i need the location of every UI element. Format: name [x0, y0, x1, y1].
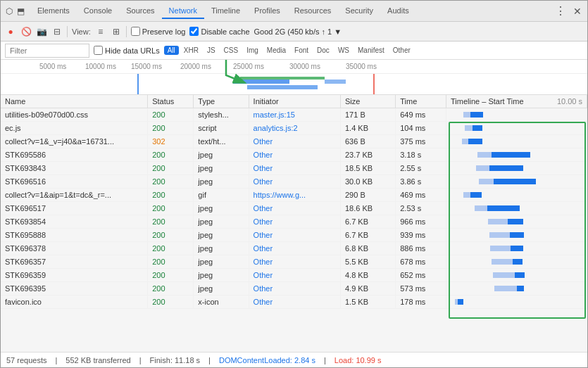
- filter-font[interactable]: Font: [291, 46, 312, 55]
- svg-rect-3: [325, 80, 346, 84]
- cell-size: 18.5 KB: [341, 162, 396, 175]
- filter-other[interactable]: Other: [389, 46, 414, 55]
- cell-timeline: [446, 108, 587, 122]
- cell-initiator: master.js:15: [249, 108, 340, 122]
- cell-size: 5.5 KB: [341, 255, 396, 269]
- filter-ws[interactable]: WS: [334, 46, 353, 55]
- close-devtools-icon[interactable]: ✕: [570, 6, 584, 17]
- devtools-icon-dock[interactable]: ⬒: [15, 6, 26, 17]
- col-type[interactable]: Type: [194, 95, 249, 108]
- cell-name: favicon.ico: [1, 296, 148, 309]
- tab-audits[interactable]: Audits: [380, 4, 416, 19]
- table-row[interactable]: ec.js 200 script analytics.js:2 1.4 KB 1…: [1, 122, 587, 135]
- hide-data-urls-checkbox[interactable]: Hide data URLs: [94, 46, 160, 55]
- tab-timeline[interactable]: Timeline: [204, 4, 247, 19]
- cell-status: 200: [148, 255, 194, 269]
- table-row[interactable]: STK696516 200 jpeg Other 30.0 KB 3.86 s: [1, 175, 587, 189]
- record-button[interactable]: ●: [5, 26, 16, 37]
- tab-console[interactable]: Console: [77, 4, 119, 19]
- cell-timeline: [446, 215, 587, 229]
- filter-media[interactable]: Media: [263, 46, 289, 55]
- cell-status: 302: [148, 135, 194, 148]
- table-row[interactable]: STK696359 200 jpeg Other 4.8 KB 652 ms: [1, 269, 587, 282]
- table-row[interactable]: collect?v=1&_v=j40&a=16731... 302 text/h…: [1, 135, 587, 148]
- network-speed-selector[interactable]: Good 2G (450 kb/s ↑ 1 ▼: [254, 27, 342, 36]
- cell-time: 573 ms: [396, 282, 446, 296]
- cell-type: stylesh...: [194, 108, 249, 122]
- table-row[interactable]: STK695888 200 jpeg Other 6.7 KB 939 ms: [1, 229, 587, 242]
- filter-icon[interactable]: ⊟: [51, 26, 63, 37]
- col-status[interactable]: Status: [148, 95, 194, 108]
- tab-network[interactable]: Network: [162, 4, 204, 19]
- cell-initiator: Other: [249, 162, 340, 175]
- col-size[interactable]: Size: [341, 95, 396, 108]
- cell-timeline: [446, 282, 587, 296]
- filter-all[interactable]: All: [164, 46, 179, 55]
- cell-initiator: https://www.g...: [249, 189, 340, 202]
- view-list-icon[interactable]: ≡: [95, 26, 106, 37]
- cell-initiator: analytics.js:2: [249, 122, 340, 135]
- cell-timeline: [446, 175, 587, 189]
- cell-status: 200: [148, 175, 194, 189]
- cell-name: STK695888: [1, 229, 148, 242]
- filter-doc[interactable]: Doc: [313, 46, 333, 55]
- filter-types: All XHR JS CSS Img Media Font Doc WS Man…: [164, 46, 414, 55]
- network-table: Name Status Type Initiator Size Time Tim…: [1, 95, 587, 352]
- tab-bar: ⬡ ⬒ Elements Console Sources Network Tim…: [1, 1, 587, 22]
- cell-type: jpeg: [194, 282, 249, 296]
- table-row[interactable]: STK696517 200 jpeg Other 18.6 KB 2.53 s: [1, 202, 587, 215]
- filter-js[interactable]: JS: [204, 46, 219, 55]
- col-name[interactable]: Name: [1, 95, 148, 108]
- table-row[interactable]: STK693854 200 jpeg Other 6.7 KB 966 ms: [1, 215, 587, 229]
- clear-button[interactable]: 🚫: [20, 26, 32, 37]
- separator2: |: [139, 356, 142, 364]
- col-initiator[interactable]: Initiator: [249, 95, 340, 108]
- filter-img[interactable]: Img: [243, 46, 262, 55]
- more-tools-icon[interactable]: ⋮: [551, 4, 570, 18]
- filter-css[interactable]: CSS: [220, 46, 242, 55]
- cell-timeline: [446, 269, 587, 282]
- preserve-log-checkbox[interactable]: Preserve log: [131, 27, 186, 36]
- cell-size: 290 B: [341, 189, 396, 202]
- tab-sources[interactable]: Sources: [119, 4, 161, 19]
- table-row[interactable]: STK696357 200 jpeg Other 5.5 KB 678 ms: [1, 255, 587, 269]
- filter-xhr[interactable]: XHR: [180, 46, 202, 55]
- view-group-icon[interactable]: ⊞: [111, 26, 122, 37]
- col-timeline[interactable]: Timeline – Start Time 10.00 s: [446, 95, 587, 108]
- table-row[interactable]: STK695586 200 jpeg Other 23.7 KB 3.18 s: [1, 148, 587, 162]
- cell-time: 104 ms: [396, 122, 446, 135]
- cell-status: 200: [148, 215, 194, 229]
- cell-name: collect?v=1&_v=j40&a=16731...: [1, 135, 148, 148]
- cell-time: 2.55 s: [396, 162, 446, 175]
- tab-resources[interactable]: Resources: [287, 4, 339, 19]
- table-row[interactable]: favicon.ico 200 x-icon Other 1.5 KB 178 …: [1, 296, 587, 309]
- cell-name: utilities-b09e070d00.css: [1, 108, 148, 122]
- camera-button[interactable]: 📷: [36, 26, 47, 37]
- cell-timeline: [446, 242, 587, 255]
- cell-type: jpeg: [194, 242, 249, 255]
- status-bar: 57 requests | 552 KB transferred | Finis…: [1, 352, 587, 367]
- disable-cache-checkbox[interactable]: Disable cache: [189, 27, 249, 36]
- devtools-icon-inspect[interactable]: ⬡: [4, 6, 15, 17]
- cell-type: jpeg: [194, 162, 249, 175]
- table-row[interactable]: STK693843 200 jpeg Other 18.5 KB 2.55 s: [1, 162, 587, 175]
- timeline-overview: 5000 ms 10000 ms 15000 ms 20000 ms 25000…: [1, 60, 587, 95]
- cell-status: 200: [148, 296, 194, 309]
- table-row[interactable]: STK696395 200 jpeg Other 4.9 KB 573 ms: [1, 282, 587, 296]
- cell-initiator: Other: [249, 255, 340, 269]
- cell-time: 652 ms: [396, 269, 446, 282]
- timeline-label-5000: 5000 ms: [39, 63, 66, 70]
- filter-manifest[interactable]: Manifest: [354, 46, 388, 55]
- cell-status: 200: [148, 202, 194, 215]
- tab-security[interactable]: Security: [338, 4, 380, 19]
- col-time[interactable]: Time: [396, 95, 446, 108]
- filter-input[interactable]: [5, 44, 89, 58]
- table-row[interactable]: utilities-b09e070d00.css 200 stylesh... …: [1, 108, 587, 122]
- table-row[interactable]: STK696378 200 jpeg Other 6.8 KB 886 ms: [1, 242, 587, 255]
- tab-profiles[interactable]: Profiles: [247, 4, 287, 19]
- cell-initiator: Other: [249, 296, 340, 309]
- cell-size: 6.7 KB: [341, 215, 396, 229]
- cell-time: 3.86 s: [396, 175, 446, 189]
- table-row[interactable]: collect?v=1&aip=1&t=dc&_r=... 200 gif ht…: [1, 189, 587, 202]
- tab-elements[interactable]: Elements: [30, 4, 77, 19]
